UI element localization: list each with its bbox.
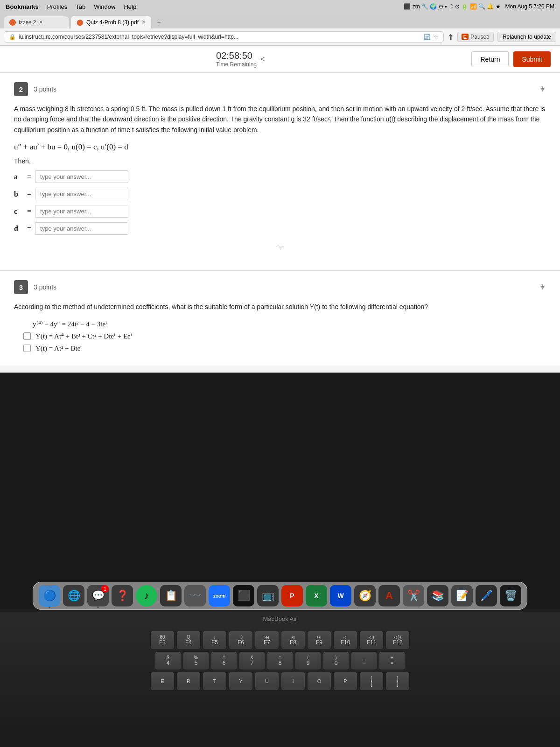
key-5-bot: 5 xyxy=(195,660,198,666)
menubar-help[interactable]: Help xyxy=(124,3,136,10)
menubar-bookmarks[interactable]: Bookmarks xyxy=(6,3,39,10)
dock-item-books[interactable]: 📚 xyxy=(427,585,448,606)
dock-item-notes[interactable]: 📝 xyxy=(451,585,473,606)
key-f6-bot: F6 xyxy=(238,640,244,645)
tab-quiz[interactable]: ⬤ Quiz 4-Prob 8 (3).pdf ✕ xyxy=(71,16,151,28)
key-minus-bot: − xyxy=(362,660,365,666)
key-7[interactable]: &7 xyxy=(239,651,265,670)
app1-icon: 📋 xyxy=(165,590,177,602)
choice-checkbox-a[interactable] xyxy=(23,332,31,340)
key-i[interactable]: I xyxy=(281,672,305,691)
submit-button[interactable]: Submit xyxy=(513,51,551,67)
answer-equals-a: = xyxy=(27,173,31,181)
answer-input-a[interactable] xyxy=(35,170,128,183)
dock-badge-discord: 1 xyxy=(101,585,109,592)
key-r[interactable]: R xyxy=(176,672,201,691)
key-u[interactable]: U xyxy=(255,672,279,691)
star-icon[interactable]: ☆ xyxy=(434,34,439,40)
tab-new-button[interactable]: + xyxy=(153,16,165,28)
key-0-bot: 0 xyxy=(335,660,338,666)
dock-item-zoom[interactable]: zoom xyxy=(209,585,230,606)
question-icon: ❓ xyxy=(116,590,129,602)
key-f6[interactable]: ☽F6 xyxy=(229,631,253,649)
key-9[interactable]: (9 xyxy=(295,651,321,670)
dock-item-app4[interactable]: 🖊️ xyxy=(476,585,497,606)
powerpoint-icon: P xyxy=(290,592,294,599)
dock-item-acrobat[interactable]: A xyxy=(378,585,400,606)
dock-item-app2[interactable]: ⬛ xyxy=(233,585,254,606)
menubar-tab[interactable]: Tab xyxy=(76,3,85,10)
key-f8[interactable]: ⏯F8 xyxy=(281,631,305,649)
tab-bar: izzes 2 ✕ ⬤ Quiz 4-Prob 8 (3).pdf ✕ + xyxy=(0,13,560,28)
finder-icon: 🔵 xyxy=(43,590,56,602)
relaunch-button[interactable]: Relaunch to update xyxy=(497,32,556,42)
dock-item-chrome[interactable]: 🌐 xyxy=(63,585,84,606)
key-6[interactable]: ^6 xyxy=(211,651,237,670)
key-t[interactable]: T xyxy=(203,672,227,691)
dock-item-excel[interactable]: X xyxy=(306,585,327,606)
key-o[interactable]: O xyxy=(307,672,331,691)
key-e[interactable]: E xyxy=(150,672,175,691)
key-f5[interactable]: ↓F5 xyxy=(203,631,227,649)
key-p[interactable]: P xyxy=(333,672,357,691)
question-2-section: 2 3 points ✦ A mass weighing 8 lb stretc… xyxy=(0,73,560,271)
key-i-label: I xyxy=(292,678,294,684)
choice-text-a: Y(t) = At⁴ + Bt³ + Ct² + Dteᵗ + Eeᵗ xyxy=(35,332,133,340)
app3-icon: ✂️ xyxy=(407,590,420,602)
key-8[interactable]: *8 xyxy=(267,651,293,670)
timer-label: Time Remaining xyxy=(216,61,257,68)
dock-item-word[interactable]: W xyxy=(330,585,351,606)
key-f10[interactable]: ◁F10 xyxy=(333,631,357,649)
question-2-text: A mass weighing 8 lb stretches a spring … xyxy=(14,104,546,135)
quiz-container: 02:58:50 Time Remaining < Return Submit … xyxy=(0,46,560,373)
dock-item-question[interactable]: ❓ xyxy=(112,585,133,606)
answer-input-b[interactable] xyxy=(35,188,128,200)
key-u-label: U xyxy=(265,678,269,684)
dock-item-app3[interactable]: ✂️ xyxy=(403,585,424,606)
choice-row-a: Y(t) = At⁴ + Bt³ + Ct² + Dteᵗ + Eeᵗ xyxy=(23,332,546,340)
question-3-text: According to the method of undetermined … xyxy=(14,302,546,312)
dock-item-safari[interactable]: 🧭 xyxy=(354,585,376,606)
key-8-bot: 8 xyxy=(279,660,282,666)
answer-input-c[interactable] xyxy=(35,205,128,218)
key-f11[interactable]: ◁)F11 xyxy=(359,631,384,649)
key-bracket-open[interactable]: {[ xyxy=(359,672,384,691)
answer-input-d[interactable] xyxy=(35,222,128,235)
key-f7[interactable]: ⏮F7 xyxy=(255,631,279,649)
key-5[interactable]: %5 xyxy=(183,651,209,670)
dock-item-spotify[interactable]: ♪ xyxy=(136,585,157,606)
dock-item-wave[interactable]: 〰️ xyxy=(184,585,206,606)
dock-area: 🔵 🌐 💬 1 ❓ ♪ 📋 〰️ zoom ⬛ 📺 xyxy=(0,580,560,612)
question-3-star[interactable]: ✦ xyxy=(539,282,546,292)
tab-close-izzes[interactable]: ✕ xyxy=(39,19,43,25)
dock-item-app1[interactable]: 📋 xyxy=(160,585,182,606)
tab-close-quiz[interactable]: ✕ xyxy=(141,19,146,25)
dock-item-appletv[interactable]: 📺 xyxy=(257,585,279,606)
key-bracket-close[interactable]: }] xyxy=(385,672,410,691)
dock-item-powerpoint[interactable]: P xyxy=(281,585,303,606)
key-0[interactable]: )0 xyxy=(323,651,349,670)
app2-icon: ⬛ xyxy=(238,590,250,602)
menubar-profiles[interactable]: Profiles xyxy=(47,3,67,10)
books-icon: 📚 xyxy=(432,590,444,602)
share-icon[interactable]: ⬆ xyxy=(448,33,454,42)
menubar-window[interactable]: Window xyxy=(94,3,115,10)
timer-collapse-icon[interactable]: < xyxy=(260,55,265,63)
return-button[interactable]: Return xyxy=(471,51,509,67)
reload-icon[interactable]: 🔄 xyxy=(424,34,431,40)
key-y[interactable]: Y xyxy=(229,672,253,691)
tab-izzes[interactable]: izzes 2 ✕ xyxy=(4,16,69,28)
key-f4[interactable]: QF4 xyxy=(176,631,201,649)
key-4[interactable]: $4 xyxy=(155,651,181,670)
dock-item-finder[interactable]: 🔵 xyxy=(39,585,60,606)
question-2-star[interactable]: ✦ xyxy=(539,84,546,94)
key-f3[interactable]: 80F3 xyxy=(150,631,175,649)
dock-item-trash[interactable]: 🗑️ xyxy=(500,585,521,606)
key-equals[interactable]: += xyxy=(379,651,405,670)
key-minus[interactable]: _− xyxy=(351,651,377,670)
key-f12[interactable]: ◁))F12 xyxy=(385,631,410,649)
address-bar[interactable]: 🔒 iu.instructure.com/courses/2237581/ext… xyxy=(4,31,444,42)
dock-item-discord[interactable]: 💬 1 xyxy=(87,585,109,606)
choice-checkbox-b[interactable] xyxy=(23,345,31,352)
key-f9[interactable]: ⏭F9 xyxy=(307,631,331,649)
